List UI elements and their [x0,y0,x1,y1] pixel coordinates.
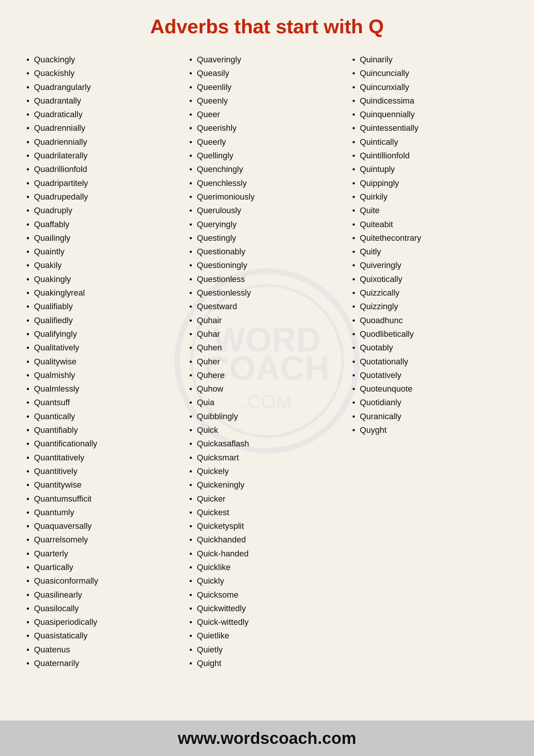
list-item: Quotationally [352,355,508,369]
list-item: Quick-handed [189,547,344,561]
list-item: Qualmishly [26,369,182,382]
list-item: Quher [189,355,344,369]
list-item: Qualitatively [26,341,182,355]
list-item: Quailingly [26,231,182,245]
list-item: Quadriennially [26,135,182,149]
list-item: Quadrangularly [26,81,182,94]
list-item: Quickely [189,465,344,478]
list-item: Quintillionfold [352,149,508,163]
list-item: Quaternarily [26,657,182,670]
list-item: Quackishly [26,67,182,80]
list-item: Quasiconformally [26,574,182,588]
page-title: Adverbs that start with Q [23,15,511,38]
list-item: Quietly [189,643,344,657]
list-item: Quatenus [26,643,182,657]
list-item: Quickeningly [189,478,344,492]
list-item: Quicker [189,492,344,506]
main-content: Adverbs that start with Q WORD COACH .CO… [0,0,534,720]
list-item: Quite [352,204,508,217]
column-2: QuaveringlyQueasilyQueenlilyQueenlyQueer… [185,53,348,670]
list-item: Quick [189,423,344,437]
list-item: Qualifyingly [26,327,182,341]
list-item: Quantumly [26,506,182,519]
list-item: Quia [189,396,344,409]
list-item: Quicklike [189,561,344,574]
list-item: Queasily [189,67,344,80]
list-item: Quantically [26,410,182,423]
list-item: Querimoniously [189,190,344,204]
list-item: Quixotically [352,273,508,286]
list-item: Quackingly [26,53,182,67]
list-item: Quaffably [26,218,182,231]
list-item: Quippingly [352,177,508,190]
list-item: Quintically [352,135,508,149]
list-item: Quincunxially [352,81,508,94]
list-item: Quight [189,657,344,670]
list-item: Quotatively [352,369,508,382]
list-item: Quicketysplit [189,519,344,533]
list-item: Questionably [189,245,344,259]
list-item: Quick-wittedly [189,615,344,629]
list-item: Qualifiedly [26,314,182,327]
list-item: Queenlily [189,81,344,94]
list-item: Quoadhunc [352,314,508,327]
list-item: Quantificationally [26,437,182,451]
list-item: Quicksome [189,588,344,602]
list-item: Queerly [189,135,344,149]
columns-container: WORD COACH .COM QuackinglyQuackishlyQuad… [23,53,511,670]
list-item: Quickest [189,506,344,519]
list-item: Quantumsufficit [26,492,182,506]
list-item: Quakinglyreal [26,286,182,300]
list-item: Quantitively [26,465,182,478]
list-item: Quantsuff [26,396,182,409]
list-item: Quadripartitely [26,177,182,190]
list-item: Questionless [189,273,344,286]
list-item: Quaintly [26,245,182,259]
list-item: Quindicessima [352,94,508,108]
list-item: Quaveringly [189,53,344,67]
list-item: Questward [189,300,344,313]
list-item: Quitethecontrary [352,231,508,245]
list-item: Quotidianly [352,396,508,409]
list-item: Quizzingly [352,300,508,313]
list-item: Quintessentially [352,121,508,135]
list-item: Quadrillionfold [26,163,182,176]
list-item: Quadrantally [26,94,182,108]
column-2-list: QuaveringlyQueasilyQueenlilyQueenlyQueer… [189,53,344,670]
list-item: Quartically [26,561,182,574]
list-item: Quodlibetically [352,327,508,341]
list-item: Quotably [352,341,508,355]
list-item: Quintuply [352,163,508,176]
list-item: Quibblingly [189,410,344,423]
list-item: Quhair [189,314,344,327]
list-item: Queenly [189,94,344,108]
list-item: Quasilinearly [26,588,182,602]
list-item: Quantitywise [26,478,182,492]
list-item: Quadrennially [26,121,182,135]
list-item: Quhen [189,341,344,355]
list-item: Qualmlessly [26,382,182,396]
list-item: Quoteunquote [352,382,508,396]
list-item: Qualitywise [26,355,182,369]
column-3: QuinarilyQuincunciallyQuincunxiallyQuind… [349,53,511,670]
list-item: Quinarily [352,53,508,67]
list-item: Quiveringly [352,259,508,272]
list-item: Quadruply [26,204,182,217]
list-item: Quenchingly [189,163,344,176]
list-item: Quietlike [189,629,344,643]
list-item: Questingly [189,231,344,245]
list-item: Queerishly [189,121,344,135]
list-item: Quickwittedly [189,602,344,615]
column-1-list: QuackinglyQuackishlyQuadrangularlyQuadra… [26,53,182,670]
list-item: Quickly [189,574,344,588]
list-item: Quellingly [189,149,344,163]
list-item: Quyght [352,423,508,437]
list-item: Quhow [189,382,344,396]
list-item: Quasiperiodically [26,615,182,629]
list-item: Quarrelsomely [26,533,182,547]
list-item: Quakily [26,259,182,272]
list-item: Quadratically [26,108,182,121]
list-item: Quitly [352,245,508,259]
footer: www.wordscoach.com [0,720,534,756]
list-item: Quadrupedally [26,190,182,204]
